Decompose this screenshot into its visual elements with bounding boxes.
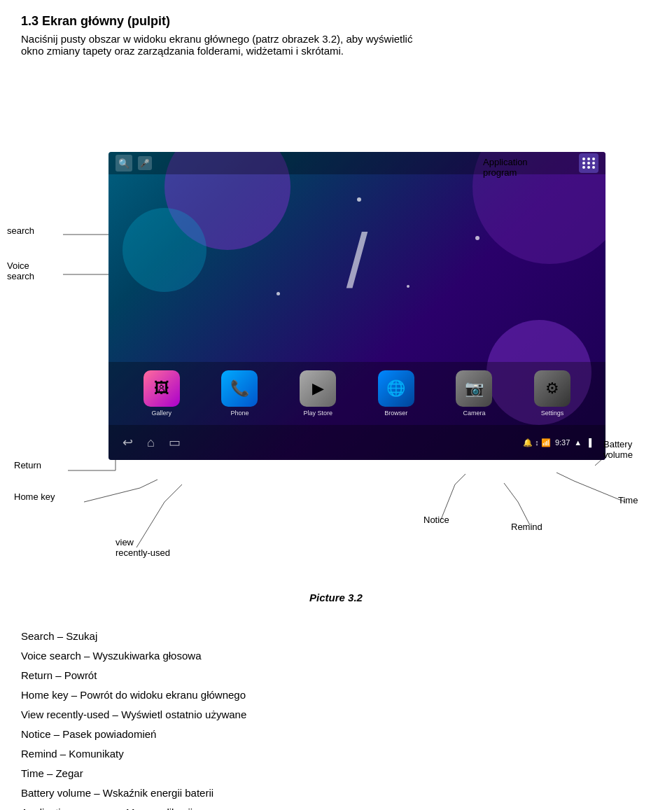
status-icons: 🔔 ↕ 📶	[523, 438, 551, 447]
app-grid-button	[579, 153, 598, 173]
label-notice: Notice	[424, 515, 449, 525]
screen-mic-icon: 🎤	[138, 156, 152, 170]
dock-app-phone: 📞 Phone	[221, 370, 258, 417]
picture-caption: Picture 3.2	[309, 592, 363, 603]
back-nav-icon: ↩	[122, 435, 133, 450]
svg-line-7	[140, 480, 158, 488]
phone-screen: 🔍 🎤 / 🖼 Gallery 📞 Ph	[108, 152, 606, 460]
descriptions-section: Search – Szukaj Voice search – Wyszukiwa…	[0, 628, 672, 810]
dock-app-gallery: 🖼 Gallery	[144, 370, 180, 417]
desc-app-program: Application program – Menu aplikacji	[21, 804, 651, 810]
label-time: Time	[618, 495, 638, 505]
diagram-container: 🔍 🎤 / 🖼 Gallery 📞 Ph	[0, 82, 672, 614]
playstore-icon: ▶	[300, 370, 336, 407]
desc-return: Return – Powrót	[21, 667, 651, 684]
settings-icon: ⚙	[534, 370, 570, 407]
label-search: search	[7, 225, 34, 236]
subtitle-line2: okno zmiany tapety oraz zarządzania fold…	[21, 45, 344, 57]
screen-search-icon: 🔍	[115, 155, 132, 172]
clock-slash-widget: /	[346, 222, 368, 299]
wifi-signal-icon: ▲	[574, 438, 582, 447]
desc-remind: Remind – Komunikaty	[21, 746, 651, 762]
page-subtitle: Naciśnij pusty obszar w widoku ekranu gł…	[21, 33, 651, 57]
camera-icon: 📷	[456, 370, 492, 407]
browser-icon: 🌐	[378, 370, 414, 407]
gallery-icon: 🖼	[144, 370, 180, 407]
battery-bar-icon: ▐	[586, 438, 592, 447]
label-remind: Remind	[511, 522, 542, 532]
dot-grid	[582, 158, 596, 169]
desc-battery-volume: Battery volume – Wskaźnik energii bateri…	[21, 785, 651, 802]
screen-status-bar: 🔔 ↕ 📶 9:37 ▲ ▐	[523, 438, 592, 447]
phone-icon: 📞	[221, 370, 258, 407]
dot3	[276, 292, 280, 295]
page-heading: 1.3 Ekran główny (pulpit)	[21, 14, 651, 29]
browser-label: Browser	[384, 410, 407, 417]
subtitle-line1: Naciśnij pusty obszar w widoku ekranu gł…	[21, 33, 412, 45]
recents-nav-icon: ▭	[169, 435, 181, 450]
svg-line-9	[164, 484, 182, 502]
dot2	[475, 236, 479, 240]
label-voice-search: Voice search	[7, 260, 34, 281]
dock-app-settings: ⚙ Settings	[534, 370, 570, 417]
screen-dock: 🖼 Gallery 📞 Phone ▶ Play Store 🌐 Browser…	[108, 362, 606, 425]
time-display: 9:37	[555, 438, 570, 447]
label-battery-volume: Battery volume	[603, 439, 633, 460]
dot4	[407, 285, 410, 288]
desc-home-key: Home key – Powrót do widoku ekranu główn…	[21, 687, 651, 704]
dock-app-camera: 📷 Camera	[456, 370, 492, 417]
dock-app-playstore: ▶ Play Store	[300, 370, 336, 417]
screen-topbar: 🔍 🎤	[108, 152, 606, 174]
label-view-recently: view recently-used	[115, 537, 170, 558]
page-content: 1.3 Ekran główny (pulpit) Naciśnij pusty…	[0, 0, 672, 82]
desc-view-recently: View recently-used – Wyświetl ostatnio u…	[21, 706, 651, 723]
dot1	[357, 197, 361, 202]
home-nav-icon: ⌂	[147, 435, 155, 450]
screen-navbar: ↩ ⌂ ▭ 🔔 ↕ 📶 9:37 ▲ ▐	[108, 425, 606, 460]
deco-circle4	[122, 208, 206, 292]
settings-label: Settings	[541, 410, 564, 417]
gallery-label: Gallery	[152, 410, 172, 417]
svg-line-6	[84, 488, 140, 502]
svg-line-18	[504, 483, 518, 502]
desc-search: Search – Szukaj	[21, 628, 651, 645]
camera-label: Camera	[463, 410, 485, 417]
desc-notice: Notice – Pasek powiadomień	[21, 726, 651, 743]
playstore-label: Play Store	[303, 410, 332, 417]
label-return: Return	[14, 460, 41, 470]
svg-line-16	[455, 474, 465, 484]
svg-line-14	[556, 473, 574, 481]
desc-time: Time – Zegar	[21, 765, 651, 782]
dock-app-browser: 🌐 Browser	[378, 370, 414, 417]
label-app-program: Application program	[483, 157, 528, 178]
label-home-key: Home key	[14, 491, 55, 502]
desc-voice-search: Voice search – Wyszukiwarka głosowa	[21, 648, 651, 664]
phone-label: Phone	[230, 410, 248, 417]
